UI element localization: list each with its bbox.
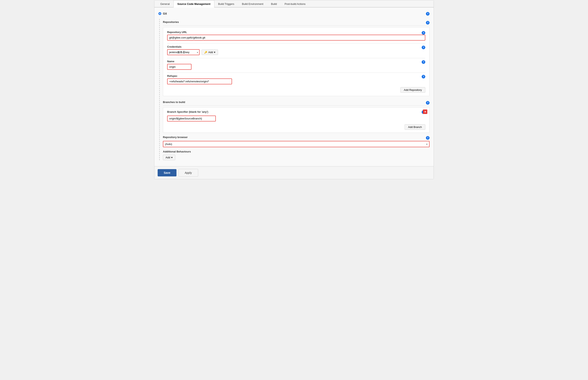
refspec-header-row: Refspec ? [167,75,425,78]
tab-bar: General Source Code Management Build Tri… [154,0,434,7]
credentials-label: Credentials [167,45,181,48]
refspec-input[interactable] [167,78,232,84]
additional-behaviours-section: Additional Behaviours Add ▾ [163,150,429,160]
credentials-header-row: Credentials ? [167,45,425,49]
name-section: Name ? [167,60,425,70]
tab-build-triggers[interactable]: Build Triggers [214,0,238,7]
add-branch-button[interactable]: Add Branch [405,124,425,130]
credentials-add-button[interactable]: 🔑 Add ▾ [202,50,218,55]
add-dropdown-arrow: ▾ [214,51,215,54]
credentials-section: Credentials ? jenkins服务器key ▾ 🔑 Add [167,45,425,55]
refspec-label: Refspec [167,75,178,77]
add-repository-button[interactable]: Add Repository [400,87,425,93]
remove-branch-button[interactable]: ✕ [423,110,427,114]
git-radio-group: Git [159,12,167,15]
divider-1 [167,43,425,44]
repo-url-input[interactable] [167,35,425,40]
branches-help-icon[interactable]: ? [426,101,429,105]
repositories-label: Repositories [163,20,179,23]
repositories-header: Repositories ? [163,19,429,26]
add-repository-row: Add Repository [167,87,425,93]
repository-panel: Repository URL ? Credentials ? [163,27,429,96]
repositories-section: Repositories ? Repository URL ? Credenti… [159,19,429,160]
git-radio[interactable] [159,12,161,15]
additional-behaviours-label: Additional Behaviours [163,150,429,153]
divider-2 [167,58,425,58]
bottom-bar: Save Apply [154,166,434,179]
refspec-help-icon[interactable]: ? [422,75,425,78]
git-option-row: Git ? [159,11,429,17]
git-help-icon[interactable]: ? [426,12,429,16]
repo-browser-select-wrap: (Auto) ▾ [163,141,429,147]
credentials-select[interactable]: jenkins服务器key [167,49,200,55]
add-behaviour-arrow: ▾ [171,156,173,159]
save-button[interactable]: Save [158,169,177,176]
branches-label: Branches to build [163,101,185,104]
credentials-controls: jenkins服务器key ▾ 🔑 Add ▾ [167,49,425,55]
name-header-row: Name ? [167,60,425,64]
credentials-select-wrap: jenkins服务器key ▾ [167,49,200,55]
git-label: Git [163,12,167,15]
refspec-section: Refspec ? [167,75,425,84]
add-branch-row: Add Branch [167,124,425,130]
repo-browser-select[interactable]: (Auto) [163,141,429,147]
key-icon: 🔑 [204,51,207,54]
repo-browser-header-row: Repository browser ? [163,136,429,140]
repo-browser-section: Repository browser ? (Auto) ▾ [163,136,429,147]
repo-url-section: Repository URL ? [167,31,425,40]
branches-header: Branches to build ? [163,99,429,106]
tab-source-code-management[interactable]: Source Code Management [174,0,214,7]
tab-build-environment[interactable]: Build Environment [238,0,267,7]
branch-specifier-input[interactable] [167,115,216,121]
branches-panel: ✕ Branch Specifier (blank for 'any') ? A… [163,107,429,133]
apply-button[interactable]: Apply [178,169,198,177]
name-label: Name [167,60,174,63]
tab-general[interactable]: General [156,0,174,7]
add-behaviour-wrap: Add ▾ [163,155,429,160]
repo-url-help-icon[interactable]: ? [422,31,425,35]
tab-post-build-actions[interactable]: Post-build Actions [281,0,309,7]
branch-specifier-header-row: Branch Specifier (blank for 'any') ? [167,110,425,114]
name-input[interactable] [167,64,192,70]
tab-build[interactable]: Build [267,0,281,7]
repo-url-label: Repository URL [167,31,187,34]
content-area: Git ? Repositories ? Repository URL ? [154,7,434,166]
divider-3 [167,73,425,73]
repo-url-header-row: Repository URL ? [167,31,425,35]
repo-browser-label: Repository browser [163,136,188,139]
name-help-icon[interactable]: ? [422,60,425,64]
repositories-help-icon[interactable]: ? [426,21,429,24]
credentials-help-icon[interactable]: ? [422,46,425,49]
repo-browser-help-icon[interactable]: ? [426,136,429,140]
branch-specifier-label: Branch Specifier (blank for 'any') [167,110,208,113]
main-window: General Source Code Management Build Tri… [154,0,434,179]
add-behaviour-button[interactable]: Add ▾ [163,155,175,160]
